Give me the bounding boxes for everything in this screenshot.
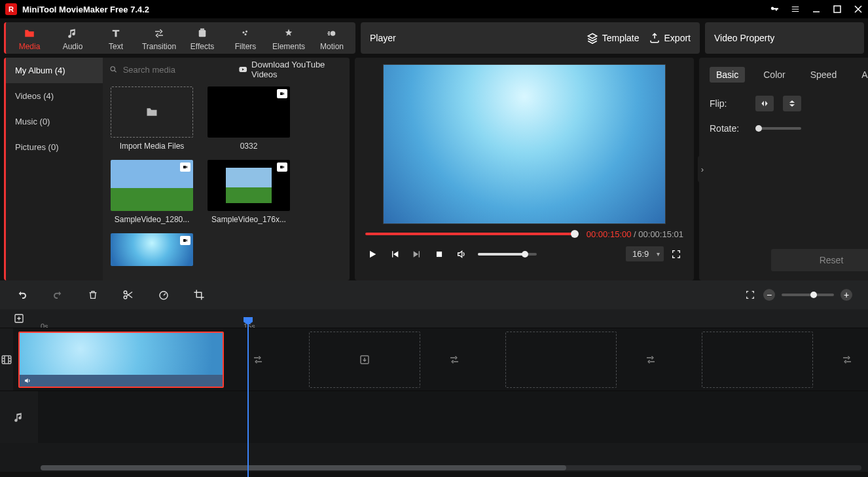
reset-button[interactable]: Reset <box>771 249 868 271</box>
export-button[interactable]: Export <box>649 32 691 44</box>
tab-media[interactable]: Media <box>9 26 50 52</box>
search-input[interactable] <box>123 65 233 75</box>
prev-button[interactable] <box>389 248 401 260</box>
video-preview[interactable] <box>383 64 666 224</box>
license-key-icon[interactable] <box>770 5 779 14</box>
import-media-button[interactable]: Import Media Files <box>109 86 194 151</box>
split-button[interactable] <box>122 288 135 301</box>
sidebar-item-myalbum[interactable]: My Album (4) <box>6 58 103 83</box>
prop-tab-speed[interactable]: Speed <box>804 67 843 83</box>
tab-label: Audio <box>63 42 83 51</box>
template-button[interactable]: Template <box>587 32 640 44</box>
property-title: Video Property <box>714 33 774 43</box>
close-button[interactable] <box>854 5 863 14</box>
zoom-slider[interactable] <box>782 294 834 296</box>
seek-bar[interactable]: 00:00:15:00 / 00:00:15:01 <box>365 229 683 238</box>
fullscreen-button[interactable] <box>670 248 682 260</box>
fit-zoom-button[interactable] <box>744 288 757 301</box>
timeline-ruler[interactable]: 0s 15s <box>0 309 868 328</box>
svg-rect-0 <box>834 6 841 12</box>
property-header: Video Property <box>705 22 864 54</box>
prop-tab-audio[interactable]: Audio <box>855 67 868 83</box>
audio-track-head[interactable] <box>0 391 38 443</box>
panel-expand-handle[interactable]: › <box>698 156 707 182</box>
download-youtube-button[interactable]: Download YouTube Videos <box>238 60 343 79</box>
video-icon <box>182 164 189 170</box>
crop-button[interactable] <box>192 288 206 301</box>
audio-track <box>0 391 868 443</box>
filters-icon <box>239 28 252 39</box>
stop-button[interactable] <box>433 248 445 260</box>
drop-slot[interactable] <box>702 332 813 388</box>
minimize-button[interactable] <box>812 5 821 14</box>
drop-slot[interactable] <box>505 332 617 388</box>
sidebar-item-videos[interactable]: Videos (4) <box>6 83 103 109</box>
flip-horizontal-button[interactable] <box>755 96 774 111</box>
media-sidebar: My Album (4) Videos (4) Music (0) Pictur… <box>6 58 103 280</box>
time-display: 00:00:15:00 / 00:00:15:01 <box>587 229 683 239</box>
add-track-button[interactable] <box>14 313 24 324</box>
youtube-icon <box>238 65 247 74</box>
tab-audio[interactable]: Audio <box>52 26 94 52</box>
prop-tab-color[interactable]: Color <box>757 67 791 83</box>
play-button[interactable] <box>367 248 378 260</box>
transition-slot[interactable] <box>246 332 270 388</box>
svg-point-4 <box>245 31 247 33</box>
media-grid: Import Media Files 0332 SampleVideo_1280… <box>103 81 350 280</box>
tab-text[interactable]: Text <box>95 26 137 52</box>
redo-button[interactable] <box>51 288 64 301</box>
rotate-label: Rotate: <box>710 123 746 134</box>
svg-rect-9 <box>280 92 283 95</box>
svg-rect-13 <box>437 251 442 256</box>
delete-button[interactable] <box>86 288 99 301</box>
svg-rect-2 <box>200 29 204 30</box>
svg-point-3 <box>243 31 245 33</box>
zoom-out-button[interactable]: − <box>763 289 775 301</box>
transition-slot[interactable] <box>835 332 859 388</box>
next-button[interactable] <box>411 248 423 260</box>
player-header: Player Template Export <box>361 22 700 54</box>
prop-tab-basic[interactable]: Basic <box>710 67 745 83</box>
tab-transition[interactable]: Transition <box>138 26 180 52</box>
tab-filters[interactable]: Filters <box>225 26 266 52</box>
media-item[interactable]: SampleVideo_176x... <box>206 160 291 224</box>
volume-slider[interactable] <box>478 253 537 256</box>
svg-point-5 <box>245 33 247 35</box>
transition-slot[interactable] <box>639 332 662 388</box>
sidebar-item-music[interactable]: Music (0) <box>6 109 103 134</box>
svg-rect-1 <box>199 30 206 37</box>
tab-elements[interactable]: Elements <box>268 26 310 52</box>
aspect-ratio-select[interactable]: 16:9 <box>626 246 664 261</box>
transition-slot[interactable] <box>443 332 466 388</box>
sidebar-item-pictures[interactable]: Pictures (0) <box>6 134 103 160</box>
volume-icon[interactable] <box>456 248 467 260</box>
effects-icon <box>196 28 209 39</box>
transition-icon <box>448 354 460 366</box>
video-clip[interactable] <box>18 332 224 388</box>
drop-slot[interactable] <box>309 332 420 388</box>
rotate-slider[interactable] <box>755 127 801 130</box>
undo-button[interactable] <box>16 288 29 301</box>
speed-button[interactable] <box>157 288 170 301</box>
media-item[interactable]: SampleVideo_1280... <box>109 160 194 224</box>
media-item[interactable]: 0332 <box>206 86 291 151</box>
zoom-in-button[interactable]: + <box>841 289 852 301</box>
tab-effects[interactable]: Effects <box>181 26 223 52</box>
tab-motion[interactable]: Motion <box>311 26 353 52</box>
property-panel: › Basic Color Speed Audio Flip: Rotate: … <box>699 58 868 280</box>
svg-rect-12 <box>183 239 186 242</box>
video-track-head[interactable] <box>0 328 13 391</box>
folder-icon <box>144 105 160 119</box>
menu-icon[interactable] <box>791 5 800 14</box>
player-panel: 00:00:15:00 / 00:00:15:01 16:9 <box>355 58 694 280</box>
media-item[interactable] <box>109 233 194 266</box>
svg-rect-11 <box>280 166 283 168</box>
timeline-scrollbar[interactable] <box>41 465 861 470</box>
playhead[interactable] <box>247 318 249 477</box>
tab-label: Transition <box>142 42 176 51</box>
speaker-icon <box>24 377 31 385</box>
video-track <box>0 328 868 391</box>
app-logo: R <box>5 3 17 15</box>
maximize-button[interactable] <box>833 5 842 14</box>
flip-vertical-button[interactable] <box>783 96 801 111</box>
